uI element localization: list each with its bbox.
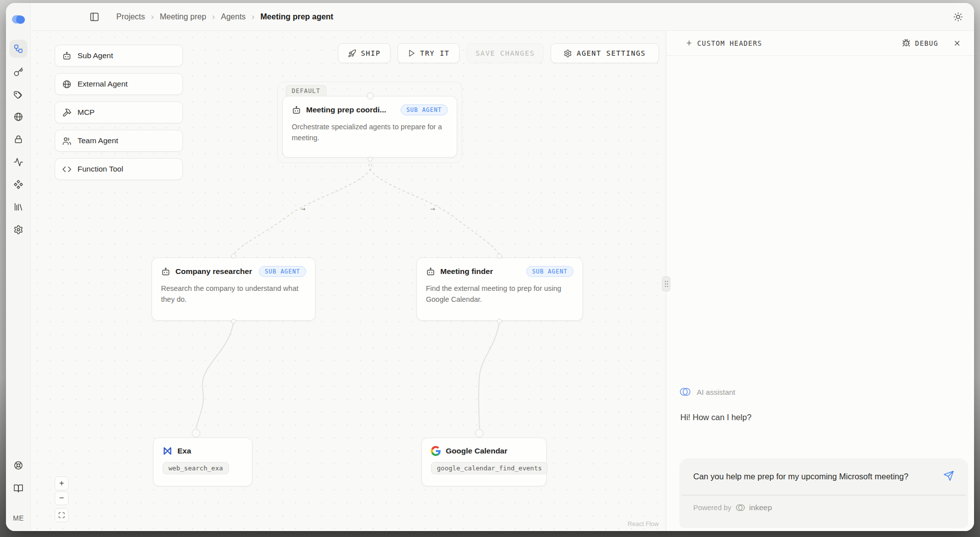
- node-title: Google Calendar: [446, 447, 507, 455]
- edge-direction-arrow: →: [430, 204, 435, 213]
- sidebar-item-settings[interactable]: [9, 221, 27, 239]
- palette-item-mcp[interactable]: MCP: [55, 101, 183, 123]
- book-open-icon: [13, 483, 23, 493]
- sidebar-item-components[interactable]: [9, 176, 27, 193]
- google-logo-icon: [431, 446, 441, 456]
- agent-settings-button[interactable]: AGENT SETTINGS: [551, 43, 659, 63]
- user-avatar[interactable]: ME: [6, 514, 31, 522]
- assistant-greeting: Hi! How can I help?: [680, 413, 751, 422]
- zoom-out-button[interactable]: −: [55, 491, 69, 505]
- rocket-icon: [348, 49, 356, 58]
- inkeep-logo[interactable]: [9, 10, 27, 28]
- add-custom-headers-button[interactable]: CUSTOM HEADERS: [685, 39, 762, 47]
- sidebar-item-graph[interactable]: [9, 40, 27, 58]
- breadcrumb-meeting-prep[interactable]: Meeting prep: [160, 12, 206, 21]
- connection-handle[interactable]: [475, 429, 484, 438]
- globe-icon: [13, 112, 23, 122]
- top-header: Projects › Meeting prep › Agents › Meeti…: [31, 3, 974, 31]
- toggle-sidebar-button[interactable]: [89, 12, 99, 22]
- palette-item-label: Sub Agent: [78, 51, 113, 60]
- app-window: ME Projects › Meeting prep › Agents › Me…: [6, 3, 974, 531]
- fit-view-button[interactable]: [55, 508, 69, 522]
- component-icon: [13, 179, 23, 189]
- palette-item-external-agent[interactable]: External Agent: [55, 73, 183, 95]
- palette-item-label: MCP: [78, 108, 94, 117]
- bot-icon: [426, 267, 435, 276]
- node-coordinator[interactable]: Meeting prep coordi... SUB AGENT Orchest…: [282, 96, 457, 158]
- sidebar-item-activity[interactable]: [9, 153, 27, 171]
- palette-item-sub-agent[interactable]: Sub Agent: [55, 45, 183, 67]
- hammer-icon: [62, 108, 72, 117]
- breadcrumb-projects[interactable]: Projects: [116, 12, 145, 21]
- palette-item-label: Function Tool: [78, 165, 123, 174]
- gear-icon: [564, 49, 572, 58]
- panel-left-icon: [89, 12, 99, 22]
- theme-toggle-button[interactable]: [953, 12, 963, 22]
- workflow-icon: [13, 44, 23, 54]
- connection-handle[interactable]: [497, 319, 502, 324]
- connection-handle[interactable]: [367, 92, 374, 99]
- palette-item-function-tool[interactable]: Function Tool: [55, 158, 183, 180]
- plus-icon: [685, 39, 693, 47]
- library-icon: [13, 202, 23, 212]
- connection-handle[interactable]: [231, 319, 236, 324]
- palette-item-team-agent[interactable]: Team Agent: [55, 130, 183, 152]
- connection-handle[interactable]: [368, 157, 373, 162]
- inkeep-assistant-icon: [679, 386, 691, 398]
- close-icon: [953, 39, 961, 47]
- breadcrumb-separator: ›: [251, 12, 254, 22]
- sidebar-item-tags[interactable]: [9, 86, 27, 103]
- debug-label: DEBUG: [915, 39, 938, 47]
- react-flow-attribution[interactable]: React Flow: [628, 521, 659, 528]
- connection-handle[interactable]: [231, 254, 236, 259]
- breadcrumb-agents[interactable]: Agents: [221, 12, 246, 21]
- chat-input-card: Can you help me prep for my upcoming Mic…: [679, 458, 968, 528]
- send-button[interactable]: [943, 470, 954, 483]
- save-changes-button[interactable]: SAVE CHANGES: [467, 43, 544, 63]
- inkeep-brand-label: inkeep: [749, 503, 772, 512]
- custom-headers-label: CUSTOM HEADERS: [697, 39, 762, 47]
- zoom-in-button[interactable]: +: [55, 476, 69, 490]
- node-exa-tool[interactable]: Exa web_search_exa: [153, 438, 252, 486]
- icon-sidebar: ME: [6, 3, 31, 531]
- flow-canvas[interactable]: → → Sub Agent External Agent MCP Team Ag…: [31, 31, 666, 531]
- sidebar-item-help[interactable]: [9, 456, 27, 474]
- sub-agent-badge: SUB AGENT: [526, 266, 573, 277]
- fullscreen-icon: [58, 512, 65, 519]
- debug-button[interactable]: DEBUG: [902, 39, 938, 47]
- powered-by-label: Powered by: [693, 504, 732, 512]
- sidebar-item-domains[interactable]: [9, 108, 27, 126]
- try-it-panel-header: CUSTOM HEADERS DEBUG: [666, 31, 974, 56]
- lock-icon: [13, 134, 23, 144]
- node-meeting-finder[interactable]: Meeting finder SUB AGENT Find the extern…: [416, 258, 583, 321]
- tool-name-chip: google_calendar_find_events: [431, 462, 548, 474]
- node-title: Meeting prep coordi...: [306, 105, 386, 114]
- node-company-researcher[interactable]: Company researcher SUB AGENT Research th…: [152, 258, 316, 321]
- activity-icon: [13, 157, 23, 167]
- tags-icon: [13, 90, 23, 99]
- breadcrumb-separator: ›: [212, 12, 215, 22]
- sidebar-item-credentials[interactable]: [9, 130, 27, 148]
- sidebar-item-keys[interactable]: [9, 63, 27, 81]
- bug-icon: [902, 39, 910, 47]
- panel-resize-grip[interactable]: [662, 276, 670, 291]
- connection-handle[interactable]: [497, 254, 502, 259]
- bot-icon: [62, 51, 72, 61]
- sidebar-item-library[interactable]: [9, 198, 27, 216]
- code-icon: [62, 165, 72, 174]
- exa-logo-icon: [163, 446, 172, 456]
- sub-agent-badge: SUB AGENT: [259, 266, 306, 277]
- try-it-button[interactable]: TRY IT: [398, 43, 460, 63]
- powered-by-row[interactable]: Powered by inkeep: [679, 496, 968, 513]
- bot-icon: [292, 105, 301, 115]
- node-google-calendar-tool[interactable]: Google Calendar google_calendar_find_eve…: [421, 438, 547, 486]
- node-description: Find the external meeting to prep for us…: [426, 283, 573, 305]
- send-icon: [943, 470, 954, 481]
- chat-input[interactable]: Can you help me prep for my upcoming Mic…: [679, 458, 968, 491]
- assistant-header-row: AI assistant: [679, 386, 735, 398]
- ship-button[interactable]: SHIP: [338, 43, 391, 63]
- connection-handle[interactable]: [192, 429, 200, 438]
- breadcrumb-current-page: Meeting prep agent: [260, 12, 333, 21]
- close-panel-button[interactable]: [953, 39, 961, 47]
- sidebar-item-docs[interactable]: [9, 479, 27, 497]
